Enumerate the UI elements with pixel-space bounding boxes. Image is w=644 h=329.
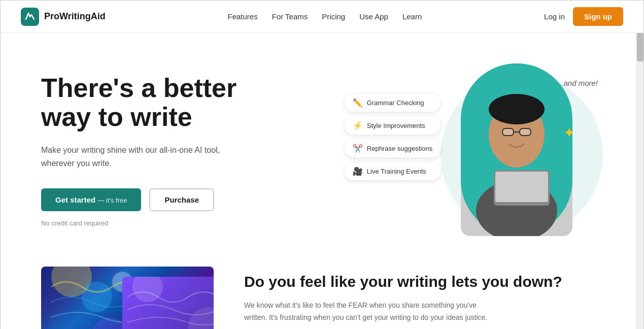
- scrollbar-track[interactable]: [636, 1, 643, 329]
- sparkle-icon: ✦: [563, 124, 575, 141]
- chip-grammar: ✏️ Grammar Checking: [345, 94, 440, 112]
- hero-buttons: Get started — it's free Purchase: [41, 188, 333, 211]
- section2-title: Do you feel like your writing lets you d…: [244, 272, 603, 291]
- hero-right: ...and more!: [345, 63, 603, 236]
- logo-icon[interactable]: [21, 8, 39, 26]
- section2: My idea in my head Do you feel like your…: [1, 256, 643, 329]
- svg-rect-8: [495, 172, 548, 202]
- section2-overlay-card: [122, 277, 214, 329]
- feature-chips: ✏️ Grammar Checking ⚡ Style Improvements…: [345, 94, 440, 180]
- nav-use-app[interactable]: Use App: [359, 12, 388, 21]
- section2-text: Do you feel like your writing lets you d…: [244, 267, 603, 324]
- hero-subtitle: Make your writing shine with our all-in-…: [41, 144, 254, 170]
- hero-title: There's a better way to write: [41, 74, 333, 131]
- page-wrapper: ProWritingAid Features For Teams Pricing…: [0, 0, 644, 329]
- grammar-icon: ✏️: [353, 98, 363, 108]
- login-link[interactable]: Log in: [544, 12, 565, 21]
- nav-features[interactable]: Features: [228, 12, 258, 21]
- training-icon: 🎥: [353, 167, 363, 176]
- chip-rephrase: ✂️ Rephrase suggestions: [345, 140, 440, 157]
- svg-rect-3: [502, 128, 514, 136]
- nav-learn[interactable]: Learn: [402, 12, 422, 21]
- purchase-button[interactable]: Purchase: [149, 188, 214, 211]
- navbar-right: Log in Sign up: [544, 7, 623, 26]
- section2-body: We know what it's like to feel the FEAR …: [244, 300, 488, 324]
- chip-training: 🎥 Live Training Events: [345, 162, 440, 180]
- navbar: ProWritingAid Features For Teams Pricing…: [1, 1, 643, 33]
- nav-pricing[interactable]: Pricing: [322, 12, 345, 21]
- style-icon: ⚡: [353, 121, 363, 130]
- rephrase-icon: ✂️: [353, 144, 363, 153]
- navbar-center: Features For Teams Pricing Use App Learn: [228, 12, 422, 21]
- get-started-button[interactable]: Get started — it's free: [41, 188, 141, 211]
- nav-teams[interactable]: For Teams: [272, 12, 308, 21]
- hero-illustration: ...and more!: [345, 63, 603, 236]
- and-more-label: ...and more!: [557, 79, 598, 87]
- hero-person-illustration: [461, 63, 572, 236]
- section2-image-area: My idea in my head: [41, 267, 214, 329]
- hero-left: There's a better way to write Make your …: [41, 63, 333, 227]
- navbar-logo-area: ProWritingAid: [21, 8, 106, 26]
- svg-rect-4: [520, 128, 531, 136]
- no-credit-card-label: No credit card required: [41, 219, 333, 227]
- hero-section: There's a better way to write Make your …: [1, 33, 643, 256]
- svg-point-6: [489, 94, 545, 124]
- chip-style: ⚡ Style Improvements: [345, 117, 440, 135]
- brand-name: ProWritingAid: [44, 11, 106, 22]
- signup-button[interactable]: Sign up: [573, 7, 623, 26]
